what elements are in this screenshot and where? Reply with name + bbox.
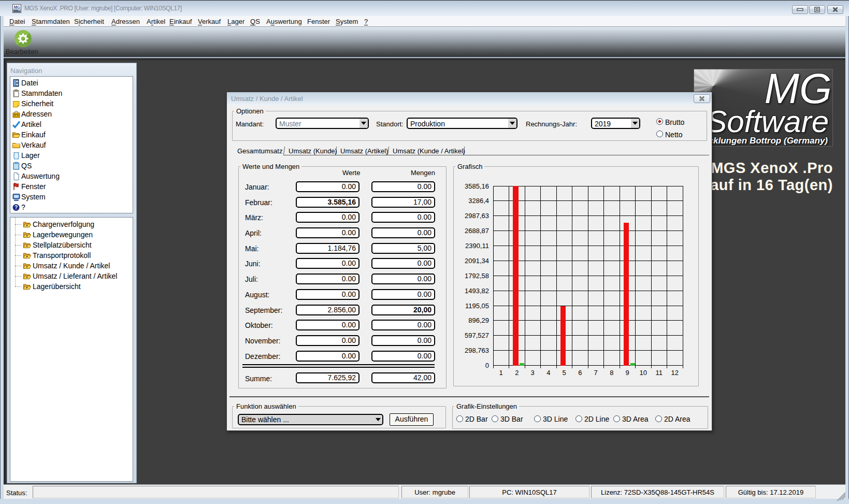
svg-text:12: 12	[671, 369, 679, 377]
svg-text:597,527: 597,527	[465, 332, 489, 339]
svg-text:0: 0	[485, 362, 489, 369]
svg-text:MG: MG	[13, 5, 20, 10]
svg-text:2688,87: 2688,87	[465, 227, 489, 235]
svg-text:1792,58: 1792,58	[465, 272, 489, 280]
svg-text:298,763: 298,763	[465, 347, 489, 354]
svg-text:5: 5	[563, 369, 566, 377]
svg-text:1493,82: 1493,82	[465, 287, 489, 295]
svg-text:1: 1	[499, 369, 503, 377]
svg-text:4: 4	[546, 369, 550, 377]
svg-text:2091,34: 2091,34	[465, 257, 489, 265]
svg-text:2390,11: 2390,11	[465, 242, 489, 250]
svg-text:6: 6	[578, 369, 582, 377]
svg-text:8: 8	[610, 369, 613, 377]
svg-text:9: 9	[626, 369, 629, 377]
svg-text:3: 3	[531, 369, 535, 377]
svg-text:?: ?	[15, 205, 18, 210]
svg-text:2987,63: 2987,63	[465, 212, 489, 220]
svg-text:3286,4: 3286,4	[468, 197, 489, 205]
svg-text:7: 7	[594, 369, 598, 377]
svg-text:2: 2	[515, 369, 519, 377]
svg-text:11: 11	[655, 369, 663, 377]
svg-text:3585,16: 3585,16	[465, 182, 489, 190]
svg-text:10: 10	[640, 369, 647, 377]
svg-text:896,29: 896,29	[468, 316, 489, 324]
svg-text:1195,05: 1195,05	[465, 302, 489, 310]
